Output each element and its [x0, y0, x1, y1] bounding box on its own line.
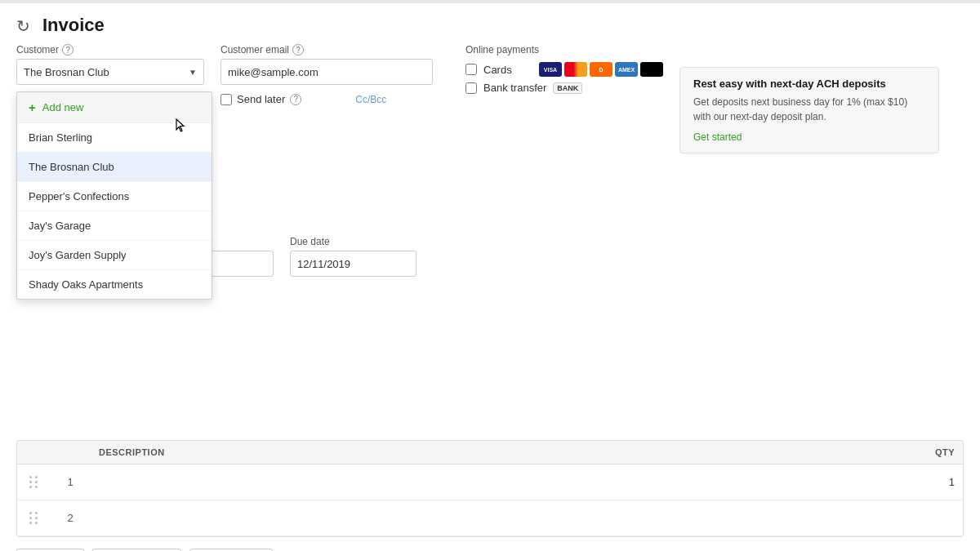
customer-select-value: The Brosnan Club — [24, 66, 109, 78]
th-qty: QTY — [898, 447, 963, 457]
dropdown-item-the-brosnan-club[interactable]: The Brosnan Club — [17, 152, 212, 181]
ach-title: Rest easy with next-day ACH deposits — [693, 78, 925, 90]
table-row: 2 — [17, 500, 963, 536]
table-row: 1 1 — [17, 464, 963, 500]
cc-bcc-link[interactable]: Cc/Bcc — [355, 94, 386, 105]
drag-dots-icon — [29, 476, 38, 488]
send-later-help-icon[interactable]: ? — [290, 94, 301, 105]
ach-description: Get deposits next business day for 1% (m… — [693, 95, 925, 124]
row1-number: 1 — [50, 476, 91, 488]
bottom-actions: Add lines Clear all lines Add subtotal — [16, 537, 964, 551]
payment-options: Cards VISA D AMEX Bank transfer BANK — [466, 62, 663, 99]
amex-icon: AMEX — [615, 62, 638, 77]
customer-dropdown: + Add new Brian Sterling The Brosnan Clu… — [16, 91, 212, 300]
email-help-icon[interactable]: ? — [292, 44, 304, 56]
customer-help-icon[interactable]: ? — [62, 44, 74, 56]
due-date-field-group: Due date — [290, 236, 416, 277]
page-header: ↻ Invoice — [0, 3, 980, 44]
dropdown-item-joys-garden[interactable]: Joy's Garden Supply — [17, 240, 212, 269]
customer-field-group: Customer ? The Brosnan Club ▼ — [16, 44, 204, 85]
send-later-label: Send later — [237, 93, 285, 105]
chevron-down-icon: ▼ — [189, 68, 197, 77]
mastercard-icon — [564, 62, 587, 77]
dropdown-item-peppers-confections[interactable]: Pepper's Confections — [17, 181, 212, 211]
line-items-table: DESCRIPTION QTY 1 1 — [16, 440, 964, 537]
dropdown-item-jays-garage[interactable]: Jay's Garage — [17, 211, 212, 240]
apple-pay-icon — [640, 62, 663, 77]
bank-transfer-label: Bank transfer — [483, 82, 546, 94]
customer-email-input[interactable] — [220, 59, 433, 85]
refresh-icon: ↻ — [16, 16, 34, 34]
dropdown-item-shady-oaks[interactable]: Shady Oaks Apartments — [17, 269, 212, 299]
dropdown-item-brian-sterling[interactable]: Brian Sterling — [17, 122, 212, 152]
customer-email-label: Customer email ? — [220, 44, 433, 56]
send-later-checkbox[interactable] — [220, 94, 232, 105]
customer-select[interactable]: The Brosnan Club ▼ — [16, 59, 204, 85]
th-num — [50, 447, 91, 457]
discover-icon: D — [590, 62, 612, 77]
row2-drag-handle[interactable] — [17, 512, 50, 524]
invoice-page: ↻ Invoice Customer ? The Brosnan Club ▼ … — [0, 0, 980, 551]
due-date-input[interactable] — [290, 251, 416, 277]
bank-transfer-checkbox[interactable] — [466, 82, 477, 94]
th-description: DESCRIPTION — [91, 447, 898, 457]
bank-transfer-payment-option: Bank transfer BANK — [466, 82, 663, 94]
add-new-label: Add new — [42, 101, 84, 113]
table-header-row: DESCRIPTION QTY — [17, 441, 963, 464]
row1-qty[interactable]: 1 — [898, 476, 963, 488]
send-later-row: Send later ? Cc/Bcc — [220, 93, 433, 105]
cards-payment-option: Cards VISA D AMEX — [466, 62, 663, 77]
bank-badge: BANK — [553, 82, 582, 94]
row2-number: 2 — [50, 512, 91, 524]
plus-icon: + — [29, 100, 36, 114]
drag-dots-icon — [29, 512, 38, 524]
cards-checkbox[interactable] — [466, 64, 477, 75]
visa-icon: VISA — [539, 62, 562, 77]
card-icons: VISA D AMEX — [539, 62, 663, 77]
cards-label: Cards — [483, 64, 532, 76]
due-date-label: Due date — [290, 236, 416, 247]
customer-label: Customer ? — [16, 44, 204, 56]
row1-drag-handle[interactable] — [17, 476, 50, 488]
main-content: Customer ? The Brosnan Club ▼ Customer e… — [0, 44, 980, 551]
page-title: Invoice — [42, 15, 105, 36]
online-payments-section: Online payments Cards VISA D AMEX — [466, 44, 939, 153]
ach-promo-box: Rest easy with next-day ACH deposits Get… — [679, 67, 939, 153]
customer-email-field-group: Customer email ? Send later ? Cc/Bcc — [220, 44, 433, 105]
ach-get-started-link[interactable]: Get started — [693, 131, 742, 143]
online-payments-label: Online payments — [466, 44, 939, 56]
dropdown-add-new[interactable]: + Add new — [17, 92, 212, 122]
th-drag — [17, 447, 50, 457]
